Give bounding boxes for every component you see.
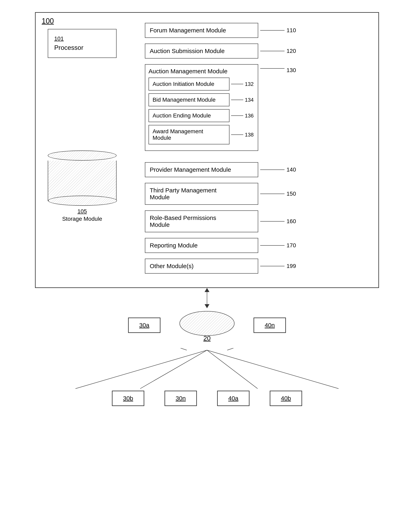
top-node-row: 30a 20 40n (35, 308, 379, 342)
processor-name: Processor (54, 44, 83, 51)
bottom-network-section: 30a 20 40n (35, 308, 379, 406)
bottom-nodes-row: 30b 30n 40a 40b (35, 391, 379, 406)
sub-number-bid: 134 (245, 97, 254, 103)
sub-module-box-award: Award ManagementModule (148, 125, 230, 144)
module-row-submission: Auction Submission Module 120 (145, 44, 370, 58)
svg-line-4 (207, 350, 258, 389)
module-box-submission: Auction Submission Module (145, 44, 258, 58)
bidirectional-arrow (205, 288, 209, 308)
module-row-role: Role-Based PermissionsModule 160 (145, 210, 370, 232)
node-40a: 40a (217, 391, 249, 406)
module-number-submission: 120 (286, 48, 296, 54)
svg-line-2 (75, 350, 207, 389)
module-label-other: Other Module(s) (150, 263, 194, 269)
auction-mgmt-outer: Auction Management Module Auction Initia… (145, 64, 258, 151)
module-line-third-party (260, 194, 285, 194)
module-row-other: Other Module(s) 199 (145, 259, 370, 274)
sub-module-row-initiation: Auction Initiation Module 132 (148, 77, 255, 91)
svg-line-5 (207, 350, 339, 389)
node-40a-label: 40a (228, 395, 238, 402)
module-line-submission (260, 51, 285, 51)
module-row-forum: Forum Management Module 110 (145, 23, 370, 38)
network-20-container: 20 (177, 308, 237, 342)
module-box-other: Other Module(s) (145, 259, 258, 274)
node-30n-label: 30n (176, 395, 186, 402)
sub-line-initiation (231, 84, 243, 84)
node-30a: 30a (128, 318, 160, 333)
auction-mgmt-number: 130 (286, 67, 296, 74)
sub-label-bid: Bid Management Module (153, 97, 215, 103)
node-40n-label: 40n (265, 322, 275, 328)
module-number-other: 199 (286, 263, 296, 269)
sub-number-ending: 136 (245, 113, 254, 119)
cylinder-bottom (48, 196, 117, 206)
storage-area: 105 Storage Module (42, 151, 123, 222)
module-line-forum (260, 30, 285, 31)
module-row-reporting: Reporting Module 170 (145, 238, 370, 253)
module-line-provider (260, 170, 285, 170)
sub-module-row-award: Award ManagementModule 138 (148, 125, 255, 144)
module-box-forum: Forum Management Module (145, 23, 258, 38)
module-line-other (260, 266, 285, 266)
auction-mgmt-title: Auction Management Module (148, 68, 255, 75)
auction-mgmt-row: Auction Management Module Auction Initia… (145, 64, 370, 157)
sub-line-ending (231, 115, 243, 116)
module-box-role: Role-Based PermissionsModule (145, 210, 258, 232)
storage-name: Storage Module (42, 216, 123, 222)
module-number-reporting: 170 (286, 242, 296, 249)
processor-box: 101 Processor (48, 29, 117, 58)
module-line-role (260, 221, 285, 222)
sub-module-row-bid: Bid Management Module 134 (148, 93, 255, 106)
module-number-role: 160 (286, 218, 296, 225)
storage-cylinder (48, 151, 117, 201)
module-box-reporting: Reporting Module (145, 238, 258, 253)
diagram-container: 100 101 Processor 105 Storage Module (15, 12, 399, 406)
sub-module-box-initiation: Auction Initiation Module (148, 77, 230, 91)
sub-module-row-ending: Auction Ending Module 136 (148, 109, 255, 122)
storage-label: 105 (42, 208, 123, 215)
module-number-provider: 140 (286, 166, 296, 173)
module-label-role: Role-Based PermissionsModule (150, 214, 216, 228)
modules-column: Forum Management Module 110 Auction Subm… (145, 23, 370, 274)
main-system-box: 100 101 Processor 105 Storage Module (35, 12, 379, 288)
processor-label: 101 (54, 35, 110, 42)
network-label: 20 (203, 334, 211, 342)
module-label-forum: Forum Management Module (150, 27, 226, 34)
cylinder-top (48, 151, 117, 161)
node-40b: 40b (270, 391, 302, 406)
cylinder-body (48, 161, 117, 201)
node-30b-label: 30b (123, 395, 133, 402)
arrow-head-down (205, 304, 209, 308)
module-number-forum: 110 (286, 27, 296, 34)
cloud-svg (177, 308, 237, 339)
sub-module-box-bid: Bid Management Module (148, 93, 230, 106)
svg-line-3 (140, 350, 207, 389)
module-box-provider: Provider Management Module (145, 162, 258, 177)
module-number-third-party: 150 (286, 190, 296, 197)
node-30b: 30b (112, 391, 144, 406)
module-row-third-party: Third Party ManagementModule 150 (145, 183, 370, 205)
svg-point-1 (180, 311, 234, 336)
sub-line-bid (231, 100, 243, 100)
label-100: 100 (42, 17, 54, 25)
arrow-line (207, 292, 207, 304)
node-40b-label: 40b (281, 395, 291, 402)
sub-number-initiation: 132 (245, 81, 254, 87)
svg-line-6 (132, 348, 187, 350)
auction-mgmt-line (260, 68, 285, 69)
module-line-reporting (260, 245, 285, 246)
arrow-head-up (205, 288, 209, 292)
module-box-third-party: Third Party ManagementModule (145, 183, 258, 205)
module-label-provider: Provider Management Module (150, 166, 231, 173)
sub-label-award: Award ManagementModule (153, 128, 203, 141)
module-label-submission: Auction Submission Module (150, 48, 225, 54)
node-40n: 40n (254, 318, 286, 333)
sub-number-award: 138 (245, 132, 254, 138)
module-label-reporting: Reporting Module (150, 242, 198, 249)
sub-label-initiation: Auction Initiation Module (153, 81, 214, 87)
sub-line-award (231, 134, 243, 135)
sub-module-box-ending: Auction Ending Module (148, 109, 230, 122)
node-30n: 30n (165, 391, 197, 406)
node-30a-label: 30a (139, 322, 149, 328)
module-label-third-party: Third Party ManagementModule (150, 187, 217, 200)
